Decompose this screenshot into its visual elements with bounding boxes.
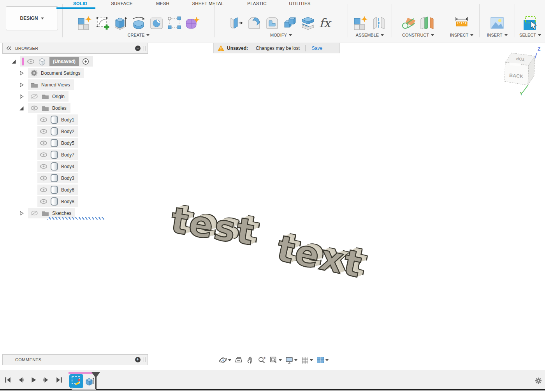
select-dropdown[interactable]: SELECT xyxy=(519,33,541,37)
tree-row-body[interactable]: Body1 xyxy=(37,114,78,125)
tree-row-body[interactable]: Body8 xyxy=(37,196,78,207)
tree-item-label[interactable]: Body7 xyxy=(61,152,74,158)
create-dropdown[interactable]: CREATE xyxy=(128,33,150,37)
tree-row-body[interactable]: Body6 xyxy=(37,185,78,195)
fillet-icon[interactable] xyxy=(246,15,262,31)
tab-plastic[interactable]: PLASTIC xyxy=(247,1,266,6)
timeline-sketch-feature[interactable] xyxy=(69,374,83,388)
select-icon[interactable] xyxy=(522,15,538,31)
step-back-button[interactable] xyxy=(17,376,25,383)
visibility-eye-icon[interactable] xyxy=(40,175,47,181)
visibility-eye-icon[interactable] xyxy=(40,117,47,123)
insert-dropdown[interactable]: INSERT xyxy=(487,33,507,37)
tree-row-sketches[interactable]: Sketches xyxy=(19,208,75,218)
tree-item-label[interactable]: Bodies xyxy=(52,105,67,111)
document-name[interactable]: (Unsaved) xyxy=(49,57,79,66)
pan-tool[interactable] xyxy=(245,355,255,365)
tree-item-label[interactable]: Body3 xyxy=(61,176,74,181)
combine-icon[interactable] xyxy=(282,15,298,31)
tree-row-body[interactable]: Body3 xyxy=(37,173,78,183)
tab-sheet-metal[interactable]: SHEET METAL xyxy=(192,1,223,6)
tree-item-label[interactable]: Named Views xyxy=(41,82,70,88)
timeline-marker-stem[interactable] xyxy=(95,372,97,389)
visibility-hidden-eye-icon[interactable] xyxy=(30,93,38,99)
construction-axis-icon[interactable] xyxy=(401,15,417,31)
extrude-icon[interactable] xyxy=(113,15,128,31)
visibility-eye-icon[interactable] xyxy=(27,59,35,64)
visibility-hidden-eye-icon[interactable] xyxy=(30,210,38,216)
expanded-arrow-icon[interactable] xyxy=(11,59,16,64)
tree-item-label[interactable]: Body4 xyxy=(61,164,74,169)
tree-row-document-settings[interactable]: Document Settings xyxy=(19,68,84,78)
tree-item-label[interactable]: Body2 xyxy=(61,129,74,134)
tree-item-label[interactable]: Origin xyxy=(52,94,65,99)
timeline-settings-gear-icon[interactable] xyxy=(535,377,542,384)
tree-item-label[interactable]: Body6 xyxy=(61,187,74,193)
tree-item-label[interactable]: Body1 xyxy=(61,117,74,123)
save-button[interactable]: Save xyxy=(312,46,322,51)
viewports-tool[interactable] xyxy=(315,355,329,365)
pattern-icon[interactable] xyxy=(167,15,182,31)
collapsed-arrow-icon[interactable] xyxy=(19,82,24,88)
tree-row-origin[interactable]: Origin xyxy=(19,91,69,102)
tree-row-body[interactable]: Body5 xyxy=(37,138,78,148)
step-forward-button[interactable] xyxy=(42,376,50,383)
visibility-eye-icon[interactable] xyxy=(40,187,47,193)
model-text-body-text[interactable]: text xyxy=(273,227,366,286)
construct-dropdown[interactable]: CONSTRUCT xyxy=(402,33,434,37)
shell-icon[interactable] xyxy=(264,15,280,31)
grid-display-tool[interactable] xyxy=(300,355,314,365)
construction-plane-icon[interactable] xyxy=(419,15,435,31)
modify-dropdown[interactable]: MODIFY xyxy=(270,33,292,37)
look-at-tool[interactable] xyxy=(234,355,244,365)
collapsed-arrow-icon[interactable] xyxy=(19,211,24,216)
viewcube[interactable]: TOP BACK Z Y xyxy=(498,46,543,96)
visibility-eye-icon[interactable] xyxy=(30,105,38,111)
activate-component-radio-icon[interactable] xyxy=(82,58,89,65)
tab-mesh[interactable]: MESH xyxy=(156,1,169,6)
joint-icon[interactable] xyxy=(371,15,387,31)
visibility-eye-icon[interactable] xyxy=(40,199,47,204)
panel-resize-grip[interactable] xyxy=(144,46,146,51)
press-pull-icon[interactable] xyxy=(229,15,244,31)
tree-item-label[interactable]: Body8 xyxy=(61,199,74,204)
tab-utilities[interactable]: UTILITIES xyxy=(289,1,310,6)
collapse-all-icon[interactable]: – xyxy=(135,46,141,51)
panel-resize-grip[interactable] xyxy=(144,357,146,362)
tree-item-label[interactable]: Body5 xyxy=(61,141,74,146)
design-menu-button[interactable]: DESIGN xyxy=(6,6,58,30)
tree-item-label[interactable]: Sketches xyxy=(52,211,71,216)
create-form-icon[interactable] xyxy=(185,15,200,31)
go-to-start-button[interactable] xyxy=(4,376,12,383)
tree-item-label[interactable]: Document Settings xyxy=(41,70,80,76)
tree-row-body[interactable]: Body2 xyxy=(37,126,78,137)
new-component-icon[interactable] xyxy=(353,15,369,31)
tree-row-body[interactable]: Body4 xyxy=(37,161,78,172)
tab-solid[interactable]: SOLID xyxy=(65,1,95,9)
expanded-arrow-icon[interactable] xyxy=(19,105,24,111)
new-component-icon[interactable] xyxy=(77,15,93,31)
visibility-eye-icon[interactable] xyxy=(40,128,47,134)
play-button[interactable] xyxy=(30,376,37,383)
tree-row-document-root[interactable]: (Unsaved) xyxy=(11,56,93,67)
revolve-icon[interactable] xyxy=(131,15,146,31)
hole-icon[interactable] xyxy=(149,15,164,31)
visibility-eye-icon[interactable] xyxy=(40,163,47,169)
split-body-icon[interactable] xyxy=(300,15,316,31)
visibility-eye-icon[interactable] xyxy=(40,152,47,158)
change-parameters-icon[interactable]: fx xyxy=(318,15,334,31)
insert-canvas-icon[interactable] xyxy=(489,15,505,31)
create-sketch-icon[interactable] xyxy=(95,15,111,31)
collapsed-arrow-icon[interactable] xyxy=(19,70,24,76)
orbit-tool[interactable] xyxy=(218,355,232,365)
add-comment-icon[interactable]: + xyxy=(135,357,141,362)
model-text-body-test[interactable]: test xyxy=(168,199,258,254)
collapse-panel-icon[interactable] xyxy=(6,46,12,51)
fit-tool[interactable] xyxy=(269,355,283,365)
zoom-tool[interactable]: ± xyxy=(257,355,267,365)
go-to-end-button[interactable] xyxy=(55,376,63,383)
inspect-dropdown[interactable]: INSPECT xyxy=(450,33,474,37)
visibility-eye-icon[interactable] xyxy=(40,140,47,146)
display-settings-tool[interactable] xyxy=(284,355,298,365)
measure-icon[interactable] xyxy=(454,15,469,31)
